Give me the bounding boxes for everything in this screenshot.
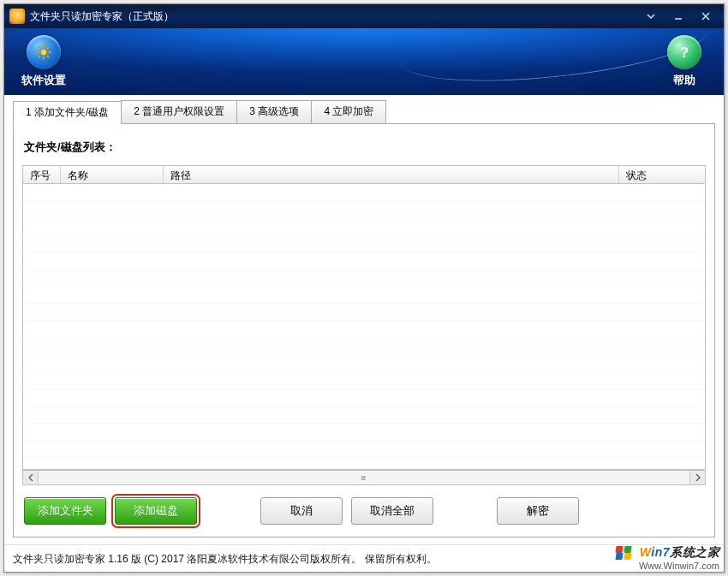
scroll-grip-icon: ≡ xyxy=(361,473,367,483)
svg-point-1 xyxy=(40,49,46,55)
tab-user-permissions[interactable]: 2 普通用户权限设置 xyxy=(121,100,237,123)
app-icon xyxy=(9,9,25,24)
gear-icon xyxy=(27,35,61,69)
tab-advanced-options[interactable]: 3 高级选项 xyxy=(236,100,312,123)
scroll-right-arrow-icon[interactable] xyxy=(689,471,705,484)
header-band: 软件设置 ? 帮助 xyxy=(4,28,724,95)
col-status[interactable]: 状态 xyxy=(619,166,705,183)
app-window: 文件夹只读加密专家（正式版） 软件设置 ? 帮助 1 添加文件夹/磁盘 xyxy=(3,3,725,573)
table-body[interactable] xyxy=(22,184,706,470)
scroll-track[interactable]: ≡ xyxy=(39,473,689,483)
add-folder-button[interactable]: 添加文件夹 xyxy=(24,497,106,525)
title-bar: 文件夹只读加密专家（正式版） xyxy=(4,4,724,28)
help-label: 帮助 xyxy=(673,73,695,88)
tab-panel: 文件夹/磁盘列表： 序号 名称 路径 状态 ≡ 添加文件夹 添加磁盘 xyxy=(13,123,715,537)
list-label: 文件夹/磁盘列表： xyxy=(22,140,706,155)
help-button[interactable]: ? 帮助 xyxy=(659,35,710,88)
col-name[interactable]: 名称 xyxy=(61,166,164,183)
cancel-button[interactable]: 取消 xyxy=(260,497,343,525)
help-icon: ? xyxy=(667,35,701,69)
cancel-all-button[interactable]: 取消全部 xyxy=(351,497,433,525)
close-button[interactable] xyxy=(693,8,719,25)
copyright-text: 文件夹只读加密专家 1.16 版 (C) 2017 洛阳夏冰软件技术有限公司版权… xyxy=(13,553,437,565)
tab-strip: 1 添加文件夹/磁盘 2 普通用户权限设置 3 高级选项 4 立即加密 xyxy=(13,100,715,123)
main-area: 1 添加文件夹/磁盘 2 普通用户权限设置 3 高级选项 4 立即加密 文件夹/… xyxy=(4,95,724,544)
tab-encrypt-now[interactable]: 4 立即加密 xyxy=(311,100,386,123)
horizontal-scrollbar[interactable]: ≡ xyxy=(22,470,706,485)
scroll-left-arrow-icon[interactable] xyxy=(23,471,39,484)
minimize-button[interactable] xyxy=(665,8,691,25)
button-row: 添加文件夹 添加磁盘 取消 取消全部 解密 xyxy=(22,497,706,528)
settings-button[interactable]: 软件设置 xyxy=(18,35,69,88)
svg-text:?: ? xyxy=(680,45,689,60)
add-disk-button[interactable]: 添加磁盘 xyxy=(115,497,197,525)
footer: 文件夹只读加密专家 1.16 版 (C) 2017 洛阳夏冰软件技术有限公司版权… xyxy=(4,544,724,572)
col-seq[interactable]: 序号 xyxy=(23,166,61,183)
table-header: 序号 名称 路径 状态 xyxy=(22,165,706,184)
dropdown-button[interactable] xyxy=(638,8,664,25)
tab-add-folder-disk[interactable]: 1 添加文件夹/磁盘 xyxy=(13,101,122,124)
settings-label: 软件设置 xyxy=(21,73,66,88)
decrypt-button[interactable]: 解密 xyxy=(497,497,579,525)
col-path[interactable]: 路径 xyxy=(164,166,619,183)
window-title: 文件夹只读加密专家（正式版） xyxy=(30,9,174,24)
